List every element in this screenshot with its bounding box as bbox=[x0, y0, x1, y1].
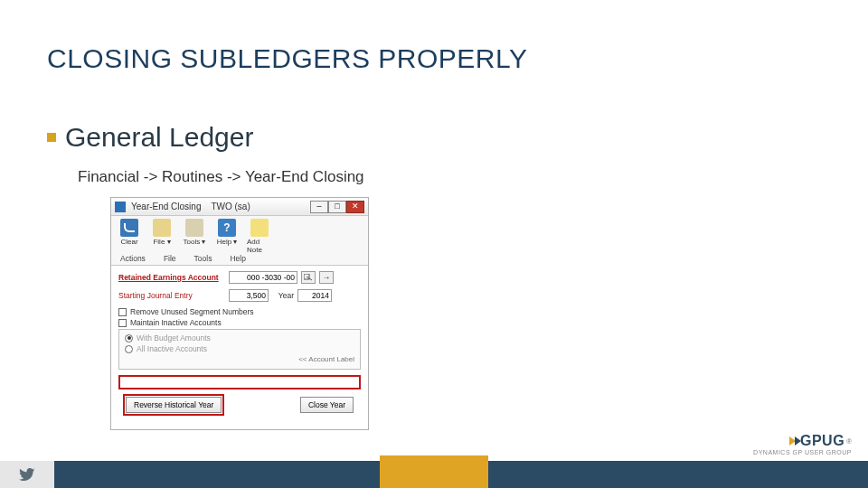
footer-accent bbox=[380, 455, 488, 488]
retained-earnings-row: Retained Earnings Account 000 -3030 -00 … bbox=[118, 271, 361, 284]
app-icon bbox=[115, 202, 126, 212]
maintain-inactive-row: Maintain Inactive Accounts bbox=[118, 318, 361, 327]
all-inactive-radio[interactable] bbox=[125, 345, 133, 353]
dialog-footer: Reverse Historical Year Close Year bbox=[118, 389, 361, 420]
tools-button[interactable]: Tools ▾ bbox=[182, 219, 207, 246]
tab-actions[interactable]: Actions bbox=[120, 254, 146, 263]
logo-text: GPUG bbox=[800, 433, 844, 449]
remove-unused-row: Remove Unused Segment Numbers bbox=[118, 307, 361, 316]
all-inactive-label: All Inactive Accounts bbox=[137, 344, 207, 353]
undo-icon bbox=[120, 219, 138, 237]
remove-unused-checkbox[interactable] bbox=[118, 308, 127, 316]
minimize-button[interactable]: – bbox=[310, 201, 328, 213]
gpug-logo: GPUG® DYNAMICS GP USER GROUP bbox=[753, 433, 852, 455]
account-label: << Account Label bbox=[125, 355, 354, 363]
ribbon-label: Help ▾ bbox=[217, 238, 238, 246]
bullet-icon bbox=[47, 133, 56, 142]
retained-earnings-label: Retained Earnings Account bbox=[118, 273, 225, 282]
file-icon bbox=[153, 219, 171, 237]
dialog-title-context: TWO (sa) bbox=[211, 202, 250, 211]
lookup-button[interactable] bbox=[301, 271, 316, 284]
logo-subtitle: DYNAMICS GP USER GROUP bbox=[753, 449, 852, 455]
ribbon-tabstrip: Actions File Tools Help bbox=[111, 254, 368, 266]
ribbon-label: Add Note bbox=[247, 238, 272, 254]
tab-tools[interactable]: Tools bbox=[194, 254, 212, 263]
reverse-historical-button[interactable]: Reverse Historical Year bbox=[126, 397, 222, 413]
dialog-body: Retained Earnings Account 000 -3030 -00 … bbox=[111, 266, 368, 429]
highlight-box bbox=[118, 375, 361, 389]
retained-earnings-field[interactable]: 000 -3030 -00 bbox=[229, 271, 297, 284]
tab-help[interactable]: Help bbox=[230, 254, 245, 263]
year-field[interactable]: 2014 bbox=[297, 289, 332, 302]
help-button[interactable]: ? Help ▾ bbox=[214, 219, 240, 246]
slide: CLOSING SUBLEDGERS PROPERLY General Ledg… bbox=[0, 0, 868, 488]
journal-entry-row: Starting Journal Entry 3,500 Year 2014 bbox=[118, 289, 361, 302]
maintain-inactive-checkbox[interactable] bbox=[118, 319, 127, 327]
clear-button[interactable]: Clear bbox=[117, 219, 142, 246]
bullet-row: General Ledger bbox=[47, 122, 253, 153]
inactive-options-group: With Budget Amounts All Inactive Account… bbox=[118, 329, 361, 370]
add-note-button[interactable]: Add Note bbox=[247, 219, 272, 254]
ribbon: Clear File ▾ Tools ▾ ? Help ▾ Add Note bbox=[111, 216, 368, 254]
file-button[interactable]: File ▾ bbox=[149, 219, 175, 246]
dialog-title-main: Year-End Closing bbox=[131, 202, 201, 211]
ribbon-label: Clear bbox=[120, 238, 137, 246]
help-icon: ? bbox=[218, 219, 236, 237]
maximize-button[interactable]: □ bbox=[328, 201, 346, 213]
remove-unused-label: Remove Unused Segment Numbers bbox=[130, 307, 254, 316]
tab-file[interactable]: File bbox=[164, 254, 176, 263]
twitter-icon bbox=[19, 466, 35, 483]
all-inactive-row: All Inactive Accounts bbox=[125, 344, 354, 353]
tools-icon bbox=[185, 219, 203, 237]
year-label: Year bbox=[272, 291, 294, 300]
with-budget-radio[interactable] bbox=[125, 334, 133, 343]
slide-title: CLOSING SUBLEDGERS PROPERLY bbox=[47, 43, 527, 74]
ribbon-label: File ▾ bbox=[153, 238, 170, 246]
close-year-button[interactable]: Close Year bbox=[300, 397, 354, 413]
with-budget-label: With Budget Amounts bbox=[137, 333, 211, 343]
journal-entry-label: Starting Journal Entry bbox=[118, 291, 225, 300]
with-budget-row: With Budget Amounts bbox=[125, 333, 354, 343]
breadcrumb: Financial -> Routines -> Year-End Closin… bbox=[78, 168, 364, 186]
dialog-title: Year-End Closing TWO (sa) bbox=[131, 202, 310, 211]
bullet-text: General Ledger bbox=[65, 122, 253, 153]
dialog-titlebar[interactable]: Year-End Closing TWO (sa) – □ ✕ bbox=[111, 198, 368, 216]
footer-social bbox=[0, 461, 54, 488]
expand-button[interactable]: → bbox=[319, 271, 334, 284]
note-icon bbox=[250, 219, 269, 237]
close-button[interactable]: ✕ bbox=[346, 201, 364, 213]
year-end-closing-dialog: Year-End Closing TWO (sa) – □ ✕ Clear Fi… bbox=[110, 197, 369, 430]
journal-entry-field[interactable]: 3,500 bbox=[229, 289, 269, 302]
ribbon-label: Tools ▾ bbox=[184, 238, 206, 246]
maintain-inactive-label: Maintain Inactive Accounts bbox=[130, 318, 222, 327]
lookup-icon bbox=[304, 274, 313, 281]
window-controls: – □ ✕ bbox=[310, 201, 364, 213]
